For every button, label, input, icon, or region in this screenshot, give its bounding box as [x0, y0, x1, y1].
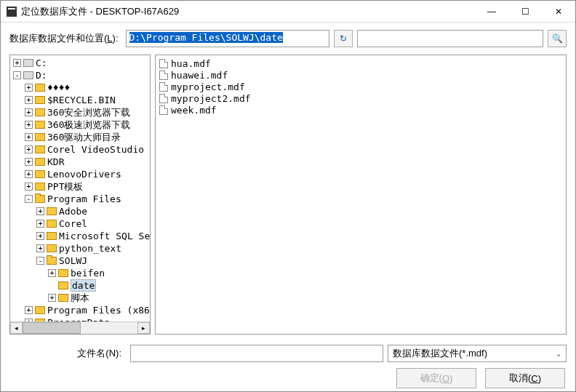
expand-icon[interactable]: +	[25, 158, 33, 166]
tree-node[interactable]: +♦♦♦♦	[10, 81, 150, 94]
scroll-thumb[interactable]	[23, 322, 81, 334]
expand-icon[interactable]: +	[36, 244, 44, 252]
maximize-button[interactable]: ☐	[508, 1, 542, 23]
tree-node[interactable]: +Program Files (x86	[10, 304, 150, 316]
toolbar: 数据库数据文件和位置(L): D:\Program Files\SOLWJ\da…	[1, 23, 575, 55]
tree-node[interactable]: date	[10, 279, 150, 292]
folder-icon	[35, 84, 45, 92]
tree-node[interactable]: +$RECYCLE.BIN	[10, 94, 150, 106]
file-name: hua.mdf	[171, 58, 211, 69]
tree-node[interactable]: +360安全浏览器下载	[10, 106, 150, 119]
footer: 文件名(N): 数据库数据文件(*.mdf) ⌄ 确定(O) 取消(C)	[1, 339, 575, 391]
folder-icon	[47, 232, 57, 240]
refresh-button[interactable]: ↻	[334, 30, 353, 47]
folder-tree[interactable]: +C:-D:+♦♦♦♦+$RECYCLE.BIN+360安全浏览器下载+360极…	[10, 55, 150, 321]
file-icon	[159, 105, 168, 115]
tree-node[interactable]: +KDR	[10, 156, 150, 168]
expand-icon[interactable]: +	[48, 294, 56, 302]
tree-node-label: $RECYCLE.BIN	[47, 95, 116, 105]
window-buttons: — ☐ ✕	[475, 1, 575, 23]
scroll-right-button[interactable]: ▸	[137, 322, 150, 334]
filename-input[interactable]	[130, 345, 383, 362]
app-icon	[7, 7, 17, 17]
tree-node[interactable]: +脚本	[10, 292, 150, 304]
expand-icon[interactable]: +	[25, 108, 33, 116]
tree-node[interactable]: +Microsoft SQL Se	[10, 230, 150, 242]
search-input[interactable]	[357, 30, 543, 47]
tree-node-label: SOLWJ	[59, 255, 87, 266]
tree-node[interactable]: +PPT模板	[10, 180, 150, 193]
tree-node-label: beifen	[71, 268, 105, 279]
tree-node-label: 脚本	[71, 292, 89, 305]
expand-icon[interactable]: +	[36, 220, 44, 228]
minimize-button[interactable]: —	[475, 1, 508, 23]
file-icon	[159, 71, 168, 80]
folder-icon	[58, 294, 68, 302]
folder-icon	[35, 183, 45, 191]
folder-icon	[35, 108, 45, 116]
expand-icon[interactable]: +	[25, 306, 33, 314]
expand-icon[interactable]: +	[25, 145, 33, 153]
tree-node-label: Adobe	[59, 206, 87, 217]
tree-node-label: ♦♦♦♦	[47, 82, 70, 93]
tree-node-label: C:	[36, 57, 47, 68]
expand-icon[interactable]: +	[25, 170, 33, 178]
tree-node[interactable]: -SOLWJ	[10, 255, 150, 267]
expand-icon[interactable]: +	[36, 207, 44, 215]
tree-node[interactable]: -Program Files	[10, 193, 150, 205]
expand-icon[interactable]: +	[25, 183, 33, 191]
tree-node[interactable]: +C:	[10, 57, 150, 69]
tree-node[interactable]: +360极速浏览器下载	[10, 119, 150, 131]
expand-icon[interactable]: +	[25, 121, 33, 129]
titlebar: 定位数据库文件 - DESKTOP-I67A629 — ☐ ✕	[1, 1, 575, 23]
tree-node-label: Corel	[59, 218, 87, 229]
drive-icon	[23, 71, 33, 79]
folder-icon	[35, 170, 45, 178]
expand-icon[interactable]: +	[13, 59, 21, 67]
file-item[interactable]: huawei.mdf	[159, 69, 562, 81]
expand-icon[interactable]: +	[36, 232, 44, 240]
tree-node[interactable]: +LenovoDrivers	[10, 168, 150, 180]
collapse-icon[interactable]: -	[25, 195, 33, 203]
folder-icon	[58, 281, 68, 289]
expand-icon[interactable]: +	[25, 96, 33, 104]
collapse-icon[interactable]: -	[36, 257, 44, 265]
tree-node[interactable]: +Corel VideoStudio	[10, 143, 150, 156]
scroll-left-button[interactable]: ◂	[10, 322, 23, 334]
scroll-track[interactable]	[23, 322, 137, 334]
expand-icon[interactable]: +	[25, 84, 33, 92]
folder-icon	[35, 319, 45, 321]
file-item[interactable]: hua.mdf	[159, 57, 562, 69]
tree-node-label: Program Files	[47, 193, 121, 204]
horizontal-scrollbar[interactable]: ◂ ▸	[10, 321, 150, 334]
ok-button[interactable]: 确定(O)	[396, 368, 476, 388]
file-list-panel[interactable]: hua.mdfhuawei.mdfmyproject.mdfmyproject2…	[155, 55, 567, 335]
tree-node-label: PPT模板	[47, 180, 83, 193]
chevron-down-icon: ⌄	[556, 350, 561, 358]
folder-icon	[35, 158, 45, 166]
filename-label: 文件名(N):	[9, 347, 126, 360]
tree-node[interactable]: +python_text	[10, 242, 150, 255]
window-title: 定位数据库文件 - DESKTOP-I67A629	[21, 5, 475, 18]
tree-node[interactable]: +ProgramData	[10, 316, 150, 321]
tree-node[interactable]: +Corel	[10, 217, 150, 230]
tree-node-label: 360驱动大师目录	[47, 131, 121, 144]
expand-icon[interactable]: +	[48, 269, 56, 277]
filetype-select[interactable]: 数据库数据文件(*.mdf) ⌄	[388, 345, 567, 362]
tree-node[interactable]: +Adobe	[10, 205, 150, 217]
file-item[interactable]: myproject.mdf	[159, 81, 562, 92]
cancel-button[interactable]: 取消(C)	[485, 368, 565, 388]
tree-node[interactable]: +360驱动大师目录	[10, 131, 150, 143]
folder-icon	[35, 96, 45, 104]
close-button[interactable]: ✕	[542, 1, 575, 23]
folder-icon	[47, 207, 57, 215]
path-input[interactable]: D:\Program Files\SOLWJ\date	[126, 30, 329, 47]
tree-node-label: D:	[36, 70, 47, 81]
file-item[interactable]: week.mdf	[159, 104, 562, 116]
tree-node[interactable]: -D:	[10, 69, 150, 81]
file-item[interactable]: myproject2.mdf	[159, 92, 562, 104]
expand-icon[interactable]: +	[25, 133, 33, 141]
collapse-icon[interactable]: -	[13, 71, 21, 79]
tree-node[interactable]: +beifen	[10, 267, 150, 279]
search-button[interactable]: 🔍	[548, 30, 567, 47]
